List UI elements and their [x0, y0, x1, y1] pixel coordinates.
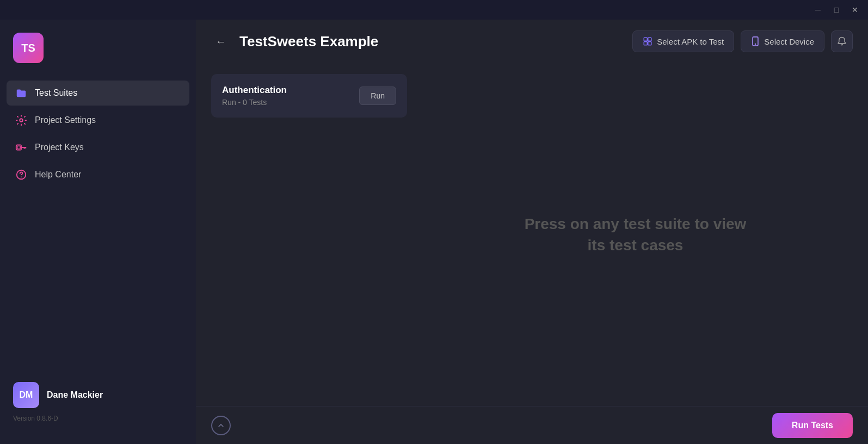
- suite-name: Authentication: [222, 85, 287, 96]
- suite-info: Authentication Run - 0 Tests: [222, 85, 287, 107]
- notifications-button[interactable]: [831, 30, 853, 52]
- key-icon: [15, 141, 27, 153]
- select-apk-label: Select APK to Test: [657, 37, 724, 46]
- svg-rect-9: [648, 38, 651, 41]
- sidebar: TS Test Suites Project Settings: [0, 20, 196, 444]
- sidebar-item-label-help-center: Help Center: [35, 170, 81, 180]
- suites-panel: Authentication Run - 0 Tests Run: [211, 74, 407, 395]
- user-row: DM Dane Mackier: [13, 382, 183, 408]
- avatar: DM: [13, 382, 39, 408]
- select-device-label: Select Device: [764, 37, 814, 46]
- svg-rect-2: [17, 146, 21, 149]
- help-icon: [15, 169, 27, 181]
- suite-run-button[interactable]: Run: [359, 87, 396, 105]
- bell-icon: [837, 36, 847, 46]
- svg-point-7: [21, 176, 22, 177]
- right-panel: Press on any test suite to view its test…: [418, 74, 853, 395]
- sidebar-item-project-keys[interactable]: Project Keys: [7, 135, 189, 160]
- version-label: Version 0.8.6-D: [13, 415, 183, 422]
- bottom-bar: Run Tests: [196, 406, 868, 444]
- apk-icon: [643, 36, 652, 46]
- sidebar-nav: Test Suites Project Settings: [0, 81, 196, 373]
- placeholder-text: Press on any test suite to view its test…: [525, 213, 747, 256]
- placeholder-line2: its test cases: [525, 235, 747, 256]
- collapse-button[interactable]: [211, 416, 231, 435]
- svg-point-0: [20, 119, 23, 122]
- sidebar-footer: DM Dane Mackier Version 0.8.6-D: [0, 373, 196, 431]
- folder-icon: [15, 87, 27, 99]
- suite-card-authentication[interactable]: Authentication Run - 0 Tests Run: [211, 74, 407, 118]
- select-device-button[interactable]: Select Device: [741, 30, 824, 52]
- sidebar-item-label-test-suites: Test Suites: [35, 88, 77, 98]
- sidebar-item-test-suites[interactable]: Test Suites: [7, 81, 189, 106]
- suite-meta: Run - 0 Tests: [222, 98, 287, 107]
- header-actions: Select APK to Test Select Device: [632, 30, 853, 52]
- titlebar: ─ □ ✕: [0, 0, 868, 20]
- sidebar-item-label-project-keys: Project Keys: [35, 143, 84, 152]
- close-button[interactable]: ✕: [846, 2, 864, 17]
- content-area: Authentication Run - 0 Tests Run Press o…: [196, 63, 868, 406]
- page-title: TestSweets Example: [239, 33, 624, 50]
- logo-avatar: TS: [13, 33, 44, 63]
- svg-point-13: [755, 44, 756, 45]
- device-icon: [751, 36, 760, 46]
- maximize-button[interactable]: □: [828, 2, 845, 17]
- svg-rect-10: [644, 42, 647, 45]
- sidebar-item-help-center[interactable]: Help Center: [7, 162, 189, 187]
- user-name: Dane Mackier: [47, 390, 103, 400]
- placeholder-line1: Press on any test suite to view: [525, 213, 747, 235]
- main-header: ← TestSweets Example Select APK to Test: [196, 20, 868, 63]
- sidebar-logo-area: TS: [0, 33, 196, 81]
- svg-rect-8: [644, 38, 647, 41]
- sidebar-item-label-project-settings: Project Settings: [35, 115, 96, 125]
- main-content: ← TestSweets Example Select APK to Test: [196, 20, 868, 444]
- settings-icon: [15, 114, 27, 126]
- back-button[interactable]: ←: [211, 32, 231, 51]
- run-tests-button[interactable]: Run Tests: [772, 413, 853, 438]
- sidebar-item-project-settings[interactable]: Project Settings: [7, 108, 189, 133]
- app-container: TS Test Suites Project Settings: [0, 20, 868, 444]
- svg-rect-11: [648, 42, 651, 45]
- minimize-button[interactable]: ─: [809, 2, 827, 17]
- select-apk-button[interactable]: Select APK to Test: [632, 30, 734, 52]
